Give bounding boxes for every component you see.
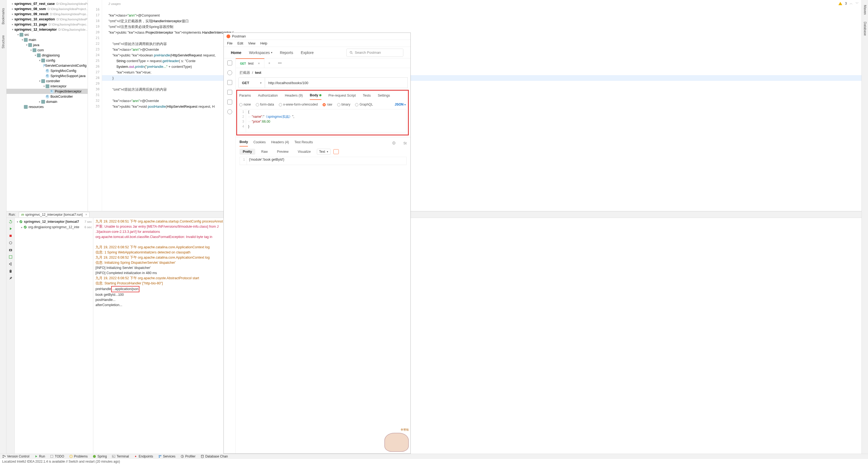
globe-icon[interactable] <box>392 141 396 146</box>
stop-icon[interactable] <box>8 234 13 238</box>
tab-auth[interactable]: Authorization <box>258 94 278 100</box>
tree-row[interactable]: ▸springmvc_09_resultD:\DingJiaxiong\Idea… <box>6 11 88 17</box>
tool-services[interactable]: Services <box>158 455 176 458</box>
postman-nav[interactable]: Home Workspaces ▾ Reports Explore Search… <box>224 47 410 58</box>
resp-format-select[interactable]: Text ▾ <box>317 149 331 155</box>
wrap-lines-icon[interactable] <box>333 149 339 154</box>
body-none[interactable]: none <box>239 102 251 106</box>
tab-settings[interactable]: Settings <box>378 94 390 100</box>
tool-run[interactable]: Run <box>34 455 45 458</box>
tree-row[interactable]: ▾controller <box>6 79 88 84</box>
view-raw[interactable]: Raw <box>258 149 271 155</box>
tab-options-icon[interactable]: ••• <box>274 61 286 65</box>
response-tabs[interactable]: Body Cookies Headers (4) Test Results St <box>236 137 410 147</box>
resp-cookies[interactable]: Cookies <box>253 140 266 146</box>
tree-row[interactable]: ▸springmvc_11_pageD:\DingJiaxiong\IdeaPr… <box>6 22 88 27</box>
tool-todo[interactable]: TODO <box>50 455 64 458</box>
tree-row[interactable]: BookController <box>6 94 88 99</box>
nav-explore[interactable]: Explore <box>301 51 314 55</box>
postman-menu[interactable]: File Edit View Help <box>224 40 410 47</box>
body-graphql[interactable]: GraphQL <box>355 102 373 106</box>
postman-window[interactable]: Postman File Edit View Help Home Workspa… <box>223 33 411 454</box>
run-icon[interactable] <box>8 226 13 231</box>
new-tab-button[interactable]: + <box>265 61 274 65</box>
postman-search[interactable]: Search Postman <box>346 49 403 57</box>
body-type-selector[interactable]: none form-data x-www-form-urlencoded raw… <box>239 100 406 109</box>
tree-row[interactable]: ▾dingjiaxiong <box>6 53 88 58</box>
rail-collections-icon[interactable] <box>227 61 232 65</box>
response-view-toolbar[interactable]: Pretty Raw Preview Visualize Text ▾ <box>236 147 410 157</box>
tree-row[interactable]: ▾java <box>6 42 88 48</box>
view-visualize[interactable]: Visualize <box>294 149 314 155</box>
tool-database[interactable]: Database Chan <box>200 455 228 458</box>
run-config-tab[interactable]: m springmvc_12_interceptor [tomcat7:run]… <box>19 212 90 217</box>
tree-row[interactable]: ▾com <box>6 48 88 53</box>
run-tree[interactable]: ▾ springmvc_12_interceptor [tomcat7 7 se… <box>14 218 93 454</box>
rail-env-icon[interactable] <box>227 80 232 85</box>
run-toolbar[interactable] <box>6 218 14 454</box>
menu-help[interactable]: Help <box>260 41 268 45</box>
body-raw[interactable]: raw <box>322 102 332 106</box>
tree-row[interactable]: ProjectInterceptor <box>6 89 88 94</box>
side-tab-database[interactable]: Database <box>863 20 867 38</box>
resp-tests[interactable]: Test Results <box>294 140 313 146</box>
nav-workspaces[interactable]: Workspaces ▾ <box>249 51 272 55</box>
postman-tabs[interactable]: GET test × + ••• <box>236 58 410 68</box>
tree-row[interactable]: resources <box>6 104 88 110</box>
side-tab-structure[interactable]: Structure <box>1 33 5 51</box>
body-editor[interactable]: 1234 { ····"name":"《springmvc实战》", ····"… <box>239 109 406 132</box>
breadcrumb[interactable]: 拦截器 / test <box>236 68 410 77</box>
menu-view[interactable]: View <box>248 41 255 45</box>
trash-icon[interactable] <box>8 269 13 273</box>
nav-home[interactable]: Home <box>231 51 241 55</box>
pin-icon[interactable] <box>8 276 13 280</box>
tree-row[interactable]: ▾interceptor <box>6 84 88 89</box>
view-preview[interactable]: Preview <box>274 149 292 155</box>
resp-headers[interactable]: Headers (4) <box>271 140 289 146</box>
side-tab-bookmarks[interactable]: Bookmarks <box>1 5 5 27</box>
rail-mock-icon[interactable] <box>227 90 232 95</box>
resp-body[interactable]: Body <box>240 140 248 147</box>
tab-prerequest[interactable]: Pre-request Script <box>329 94 356 100</box>
request-tab[interactable]: GET test × <box>236 58 265 68</box>
tool-terminal[interactable]: Terminal <box>112 455 129 458</box>
rail-history-icon[interactable] <box>227 110 232 114</box>
tree-row[interactable]: ServletContainersInitConfig <box>6 63 88 68</box>
bottom-tool-bar[interactable]: Version Control Run TODO Problems Spring… <box>0 454 868 459</box>
url-input[interactable]: http://localhost/books/100 <box>265 77 408 88</box>
body-formdata[interactable]: form-data <box>256 102 274 106</box>
tab-params[interactable]: Params <box>239 94 251 100</box>
menu-edit[interactable]: Edit <box>237 41 243 45</box>
exit-icon[interactable] <box>8 262 13 266</box>
tool-problems[interactable]: Problems <box>69 455 88 458</box>
tree-row[interactable]: ▾src <box>6 32 88 37</box>
body-binary[interactable]: binary <box>337 102 350 106</box>
tab-headers[interactable]: Headers (9) <box>285 94 303 100</box>
view-pretty[interactable]: Pretty <box>240 149 255 155</box>
tree-row[interactable]: ▸domain <box>6 99 88 104</box>
tab-tests[interactable]: Tests <box>363 94 371 100</box>
body-urlencoded[interactable]: x-www-form-urlencoded <box>279 102 318 106</box>
tree-row[interactable]: ▸springmvc_08_ssmD:\DingJiaxiong\IdeaPro… <box>6 6 88 11</box>
tree-row[interactable]: SpringMvcConfig <box>6 68 88 73</box>
tree-row[interactable]: ▸springmvc_07_rest_caseD:\DingJiaxiong\I… <box>6 1 88 6</box>
tree-row[interactable]: ▾config <box>6 58 88 63</box>
postman-left-rail[interactable] <box>224 58 236 454</box>
run-console[interactable]: 九月 19, 2022 6:08:51 下午 org.apache.catali… <box>93 218 862 454</box>
menu-file[interactable]: File <box>227 41 232 45</box>
rerun-icon[interactable] <box>8 219 13 224</box>
tool-profiler[interactable]: Profiler <box>180 455 195 458</box>
tree-row[interactable]: ▾springmvc_12_interceptorD:\DingJiaxiong… <box>6 27 88 32</box>
camera-icon[interactable] <box>8 248 13 252</box>
tree-row[interactable]: ▾main <box>6 37 88 42</box>
side-tab-maven[interactable]: Maven <box>863 3 867 17</box>
body-format-select[interactable]: JSON ▾ <box>395 102 406 106</box>
tree-row[interactable]: ▸springmvc_10_exceptionD:\DingJiaxiong\I… <box>6 17 88 22</box>
layout-icon[interactable] <box>8 255 13 259</box>
tree-row[interactable]: SpringMvcSupport.java <box>6 73 88 79</box>
dump-icon[interactable] <box>8 241 13 245</box>
rail-monitor-icon[interactable] <box>227 100 232 104</box>
run-tool-window[interactable]: Run: m springmvc_12_interceptor [tomcat7… <box>6 211 862 454</box>
response-body[interactable]: 1 {'module':'book getById'} <box>240 157 407 165</box>
method-select[interactable]: GET▾ <box>239 77 265 88</box>
